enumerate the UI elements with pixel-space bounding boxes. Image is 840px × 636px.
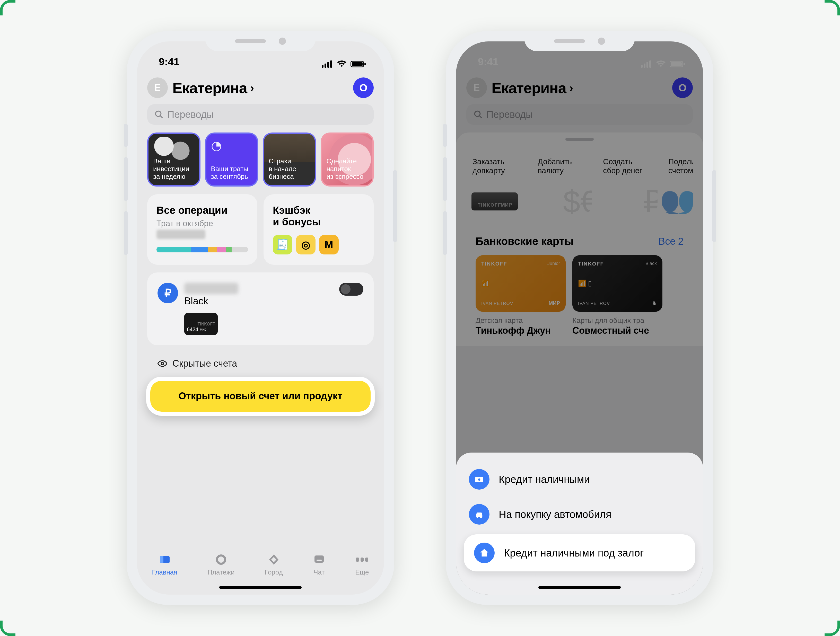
search-input[interactable]: Переводы	[466, 104, 693, 125]
cards-title: Банковские карты	[475, 235, 574, 248]
search-placeholder: Переводы	[167, 109, 213, 120]
operations-title: Все операции	[156, 205, 248, 216]
hidden-accounts[interactable]: Скрытые счета	[137, 345, 384, 369]
svg-rect-2	[327, 62, 329, 68]
stories-row: Вашиинвестицииза неделю ◔Ваши тратыза се…	[137, 125, 384, 186]
cashback-partner-icon: М	[319, 235, 339, 254]
story-fears[interactable]: Страхив началебизнеса	[263, 133, 316, 186]
username[interactable]: Екатерина	[172, 79, 247, 96]
quick-actions: ЗаказатьдопкартуTINKOFFМИР Добавитьвалют…	[456, 143, 703, 214]
menu-credit-secured[interactable]: Кредит наличными под залог	[464, 534, 695, 571]
card-item[interactable]: TINKOFFBlack 📶 ▯ IVAN PETROV♞ Карты для …	[572, 255, 662, 336]
svg-rect-20	[646, 62, 648, 68]
panel-cashback[interactable]: Кэшбэки бонусы 🧾◎М	[264, 194, 374, 265]
chevron-right-icon[interactable]: ›	[569, 81, 573, 95]
cashback-icons: 🧾◎М	[273, 235, 365, 254]
phone-right: 9:41 Е Екатерина › О Переводы	[446, 31, 714, 605]
svg-rect-17	[365, 557, 368, 562]
svg-line-26	[480, 116, 482, 118]
svg-point-25	[475, 111, 480, 117]
home-tab-icon	[158, 554, 171, 565]
svg-rect-24	[684, 63, 685, 65]
open-product-button[interactable]: Открыть новый счет или продукт	[150, 381, 371, 412]
phone-left: 9:41 Е Екатерина › О Переводы Вашиинвест…	[126, 31, 394, 605]
svg-rect-14	[317, 560, 322, 561]
story-investments[interactable]: Вашиинвестицииза неделю	[147, 133, 201, 186]
svg-point-28	[478, 478, 480, 481]
car-icon	[469, 504, 489, 525]
quick-fundraiser[interactable]: Создатьсбор денег₽	[597, 151, 658, 214]
svg-rect-15	[356, 557, 359, 562]
account-card[interactable]: ₽ Black TINKOFF 6424 мир	[147, 273, 374, 345]
home-indicator[interactable]	[219, 586, 302, 589]
tab-chat[interactable]: Чат	[313, 553, 325, 576]
svg-rect-18	[641, 65, 643, 68]
operations-amount-blurred	[156, 230, 205, 239]
svg-rect-1	[325, 63, 326, 68]
menu-credit-car[interactable]: На покупку автомобиля	[456, 497, 703, 532]
svg-point-30	[480, 516, 482, 518]
mini-card-brand: TINKOFF	[197, 322, 215, 327]
city-tab-icon	[267, 553, 281, 566]
mini-card[interactable]: TINKOFF 6424 мир	[184, 313, 218, 335]
cards-all-link[interactable]: Все 2	[658, 236, 684, 247]
battery-icon	[351, 60, 366, 68]
panel-operations[interactable]: Все операции Трат в октябре	[147, 194, 257, 265]
more-tab-icon	[355, 557, 369, 563]
spend-bar	[156, 247, 248, 253]
tab-city[interactable]: Город	[265, 553, 283, 576]
visibility-toggle[interactable]	[339, 283, 363, 296]
chevron-right-icon[interactable]: ›	[250, 81, 254, 95]
svg-rect-11	[160, 556, 163, 563]
cards-section: Банковские карты Все 2 TINKOFFJunior 📶 I…	[466, 226, 693, 346]
svg-line-8	[160, 116, 163, 118]
svg-point-7	[156, 111, 161, 117]
quick-share-account[interactable]: Поделисчетом👥	[662, 151, 693, 214]
story-espresso[interactable]: Сделайтенапитокиз эспрессо	[321, 133, 374, 186]
quick-extra-card[interactable]: ЗаказатьдопкартуTINKOFFМИР	[466, 151, 527, 214]
svg-rect-16	[360, 557, 364, 562]
cellular-icon	[641, 60, 652, 68]
account-amount-blurred	[184, 283, 238, 294]
assistant-button[interactable]: О	[353, 77, 374, 98]
svg-rect-6	[365, 63, 366, 65]
home-icon	[474, 543, 495, 563]
bottom-sheet: Кредит наличными На покупку автомобиля К…	[456, 453, 703, 595]
menu-credit-cash[interactable]: Кредит наличными	[456, 462, 703, 497]
svg-rect-23	[671, 62, 682, 66]
svg-rect-13	[314, 556, 324, 563]
tab-more[interactable]: Еще	[355, 553, 369, 576]
search-icon	[155, 110, 164, 119]
payments-tab-icon	[215, 553, 227, 566]
quick-add-currency[interactable]: Добавитьвалюту$€	[532, 151, 592, 214]
svg-rect-3	[330, 60, 332, 68]
avatar[interactable]: Е	[147, 77, 168, 98]
story-spending[interactable]: ◔Ваши тратыза сентябрь	[205, 133, 258, 186]
svg-point-12	[217, 556, 225, 564]
account-name: Black	[184, 296, 333, 307]
assistant-button[interactable]: О	[672, 77, 693, 98]
eye-icon	[158, 359, 167, 368]
ruble-icon: ₽	[158, 283, 178, 303]
status-time: 9:41	[478, 56, 499, 68]
card-item[interactable]: TINKOFFJunior 📶 IVAN PETROVМИР Детская к…	[475, 255, 566, 336]
operations-subtitle: Трат в октябре	[156, 219, 248, 228]
svg-rect-0	[322, 65, 324, 68]
tab-home[interactable]: Главная	[152, 553, 177, 576]
tab-payments[interactable]: Платежи	[207, 553, 234, 576]
wifi-icon	[656, 60, 666, 68]
search-input[interactable]: Переводы	[147, 104, 374, 125]
username[interactable]: Екатерина	[491, 79, 566, 96]
home-indicator[interactable]	[538, 586, 621, 589]
cellular-icon	[322, 60, 333, 68]
svg-rect-5	[352, 62, 363, 66]
cashback-title: Кэшбэки бонусы	[273, 205, 365, 228]
sheet-handle-upper[interactable]	[565, 138, 594, 141]
cashback-partner-icon: 🧾	[273, 235, 292, 254]
svg-rect-19	[644, 63, 646, 68]
chat-tab-icon	[313, 554, 325, 565]
svg-rect-21	[649, 60, 651, 68]
cta-highlight: Открыть новый счет или продукт	[146, 377, 375, 416]
avatar[interactable]: Е	[466, 77, 487, 98]
search-placeholder: Переводы	[486, 109, 533, 120]
